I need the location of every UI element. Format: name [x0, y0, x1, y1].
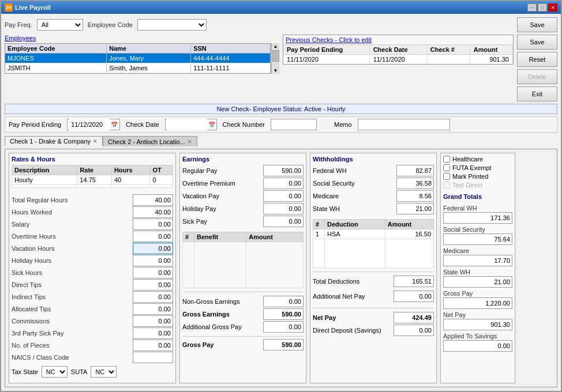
naics-input[interactable]: [133, 352, 173, 363]
total-regular-hours-input[interactable]: [133, 194, 173, 206]
social-security-input[interactable]: [396, 178, 434, 189]
table-row[interactable]: MJONES Jones, Mary 444-44-4444: [5, 54, 271, 63]
non-gross-input[interactable]: [263, 296, 304, 307]
check-date-calendar-icon[interactable]: 📅: [208, 122, 215, 128]
table-row[interactable]: [183, 242, 304, 288]
tab-check1[interactable]: Check 1 - Drake & Company ✕: [5, 136, 103, 146]
gt-federal-wh-input[interactable]: [443, 212, 512, 224]
title-bar: 20 Live Payroll ─ □ ✕: [1, 1, 561, 14]
total-deductions-label: Total Deductions: [313, 278, 394, 285]
overtime-hours-input[interactable]: [133, 231, 173, 242]
tab-check1-close[interactable]: ✕: [93, 138, 98, 144]
tax-row: Tax State NC SUTA NC: [12, 366, 173, 378]
check-date-input[interactable]: [167, 119, 207, 130]
tax-state-select[interactable]: NC: [42, 366, 68, 378]
exit-button[interactable]: Exit: [517, 86, 557, 101]
suta-select[interactable]: NC: [91, 366, 117, 378]
gt-applied-savings-input[interactable]: [443, 340, 512, 352]
prev-checks-link[interactable]: Previous Checks - Click to edit: [283, 35, 513, 45]
table-row[interactable]: JSMITH Smith, James 111-11-1111: [5, 63, 271, 73]
col-hours: Hours: [111, 165, 149, 175]
reset-button[interactable]: Reset: [517, 52, 557, 67]
gross-earnings-input[interactable]: [263, 308, 304, 320]
status-bar: New Check- Employee Status: Active - Hou…: [5, 104, 557, 114]
state-wh-input[interactable]: [396, 203, 434, 214]
overtime-premium-input[interactable]: [263, 178, 304, 189]
calendar-icon[interactable]: 📅: [111, 122, 118, 128]
col-ssn: SSN: [191, 44, 271, 54]
test-direct-checkbox[interactable]: [443, 182, 450, 189]
save-button[interactable]: Save: [517, 35, 557, 50]
hours-cell: [111, 185, 149, 188]
employee-code-select[interactable]: [137, 19, 207, 31]
additional-gross-input[interactable]: [263, 321, 304, 333]
direct-deposit-input[interactable]: [394, 325, 434, 336]
tab-check2[interactable]: Check 2 - Antioch Locatio... ✕: [103, 136, 197, 146]
check-number-input[interactable]: [271, 119, 317, 130]
holiday-pay-label: Holiday Pay: [182, 205, 263, 212]
pay-freq-select[interactable]: All: [37, 19, 83, 31]
additional-net-input[interactable]: [394, 291, 434, 302]
gross-pay-input[interactable]: [263, 339, 304, 350]
commissions-input[interactable]: [133, 315, 173, 327]
table-row[interactable]: [12, 185, 173, 188]
holiday-hours-input[interactable]: [133, 255, 173, 266]
pieces-input[interactable]: [133, 340, 173, 351]
check-num-cell: [426, 55, 470, 65]
3rd-party-sick-pay-input[interactable]: [133, 327, 173, 339]
vacation-hours-input[interactable]: [133, 243, 173, 254]
col-check-num: Check #: [426, 45, 470, 55]
hours-worked-input[interactable]: [133, 206, 173, 218]
memo-input[interactable]: [358, 119, 450, 130]
close-button[interactable]: ✕: [548, 3, 557, 12]
employees-link[interactable]: Employees: [5, 35, 279, 42]
gt-social-security-label: Social Security: [443, 226, 512, 233]
net-pay-input[interactable]: [394, 312, 434, 323]
allocated-tips-input[interactable]: [133, 303, 173, 315]
gt-state-wh-input[interactable]: [443, 276, 512, 288]
gt-social-security-input[interactable]: [443, 233, 512, 245]
minimize-button[interactable]: ─: [527, 3, 537, 12]
delete-button[interactable]: Delete: [517, 69, 557, 84]
pay-period-ending-input[interactable]: [69, 119, 110, 130]
gt-gross-pay-input[interactable]: [443, 297, 512, 309]
healthcare-checkbox[interactable]: [443, 156, 450, 163]
gt-net-pay-input[interactable]: [443, 319, 512, 330]
grand-totals-box: Healthcare FUTA Exempt Mark Printed Test…: [440, 153, 515, 383]
employee-code-cell: MJONES: [5, 54, 107, 63]
table-row[interactable]: 1 HSA 16.50: [313, 229, 434, 239]
field-label: No. of Pieces: [12, 342, 133, 349]
tab-check2-close[interactable]: ✕: [188, 139, 192, 145]
field-holiday-hours: Holiday Hours: [12, 255, 173, 266]
col-name: Name: [107, 44, 191, 54]
regular-pay-input[interactable]: [263, 165, 304, 176]
memo-label: Memo: [334, 121, 352, 128]
desc-cell: Hourly: [12, 175, 77, 185]
col-num: #: [313, 220, 325, 229]
maximize-button[interactable]: □: [538, 3, 547, 12]
save-button[interactable]: Save: [517, 17, 557, 32]
mark-printed-checkbox[interactable]: [443, 173, 450, 180]
employee-scrollbar[interactable]: ▲ ▼: [271, 43, 279, 74]
non-gross-earnings-row: Non-Gross Earnings: [182, 296, 304, 307]
sick-pay-input[interactable]: [263, 216, 304, 227]
sick-hours-input[interactable]: [133, 267, 173, 278]
salary-input[interactable]: [133, 218, 173, 230]
earnings-title: Earnings: [182, 156, 304, 163]
non-gross-label: Non-Gross Earnings: [182, 298, 263, 305]
field-label: Direct Tips: [12, 281, 133, 288]
table-row[interactable]: Hourly 14.75 40 0: [12, 175, 173, 185]
medicare-input[interactable]: [396, 190, 434, 202]
gt-medicare-input[interactable]: [443, 255, 512, 266]
indirect-tips-input[interactable]: [133, 291, 173, 303]
withholdings-title: Withholdings: [313, 156, 434, 163]
scrollbar-thumb[interactable]: [272, 50, 279, 62]
direct-tips-input[interactable]: [133, 279, 173, 291]
vacation-pay-input[interactable]: [263, 190, 304, 202]
futa-exempt-checkbox[interactable]: [443, 164, 450, 171]
federal-wh-input[interactable]: [396, 165, 434, 176]
total-deductions-input[interactable]: [394, 276, 434, 287]
table-row[interactable]: [313, 239, 434, 268]
holiday-pay-input[interactable]: [263, 203, 304, 214]
table-row[interactable]: 11/11/2020 11/11/2020 901.30: [283, 55, 513, 65]
